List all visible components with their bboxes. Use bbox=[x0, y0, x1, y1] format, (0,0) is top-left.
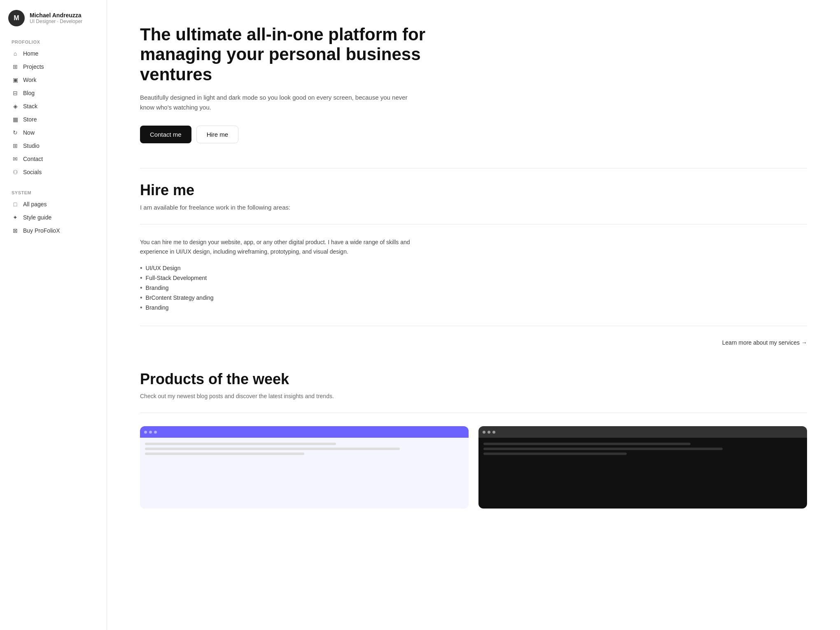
hero-section: The ultimate all-in-one platform for man… bbox=[140, 25, 807, 143]
list-item: BrContent Strategy anding bbox=[140, 293, 807, 303]
hire-section: Hire me I am available for freelance wor… bbox=[140, 182, 807, 346]
now-icon: ↻ bbox=[12, 129, 19, 136]
list-item: Branding bbox=[140, 283, 807, 293]
sidebar: M Michael Andreuzza UI Designer · Develo… bbox=[0, 0, 107, 630]
system-label: SYSTEM bbox=[8, 190, 98, 195]
dot-2 bbox=[149, 431, 152, 434]
card-body-dark bbox=[478, 438, 807, 509]
socials-icon: ⚇ bbox=[12, 168, 19, 176]
learn-more-link[interactable]: Learn more about my services → bbox=[140, 339, 807, 346]
profile-info: Michael Andreuzza UI Designer · Develope… bbox=[30, 12, 82, 24]
hire-subtitle: I am available for freelance work in the… bbox=[140, 204, 807, 211]
sidebar-item-store[interactable]: ▦ Store bbox=[8, 113, 98, 126]
sidebar-item-projects-label: Projects bbox=[23, 63, 44, 70]
card-line bbox=[145, 443, 336, 445]
profile-name: Michael Andreuzza bbox=[30, 12, 82, 19]
sidebar-item-socials[interactable]: ⚇ Socials bbox=[8, 166, 98, 179]
sidebar-item-style-guide-label: Style guide bbox=[23, 214, 51, 221]
card-inner-dark bbox=[478, 426, 807, 509]
sidebar-item-home[interactable]: ⌂ Home bbox=[8, 47, 98, 60]
pages-icon: □ bbox=[12, 201, 19, 208]
card-header-dark bbox=[478, 426, 807, 438]
sidebar-item-stack-label: Stack bbox=[23, 103, 37, 110]
card-inner-light bbox=[140, 426, 469, 509]
services-list: UI/UX Design Full-Stack Development Bran… bbox=[140, 263, 807, 313]
hire-description: You can hire me to design your website, … bbox=[140, 238, 420, 257]
card-line bbox=[145, 448, 400, 450]
list-item: UI/UX Design bbox=[140, 263, 807, 273]
nav-section-main: PROFOLIOX ⌂ Home ⊞ Projects ▣ Work ⊟ Blo… bbox=[8, 38, 98, 179]
sidebar-item-blog[interactable]: ⊟ Blog bbox=[8, 86, 98, 100]
sidebar-item-store-label: Store bbox=[23, 116, 37, 123]
card-line bbox=[483, 443, 691, 445]
dot-2 bbox=[488, 431, 490, 434]
products-subtitle: Check out my newest blog posts and disco… bbox=[140, 393, 807, 399]
sidebar-item-blog-label: Blog bbox=[23, 90, 35, 96]
dot-3 bbox=[154, 431, 157, 434]
sidebar-item-buy-profoliox[interactable]: ⊠ Buy ProFolioX bbox=[8, 224, 98, 237]
list-item: Full-Stack Development bbox=[140, 273, 807, 283]
products-section: Products of the week Check out my newest… bbox=[140, 371, 807, 509]
card-line bbox=[145, 453, 304, 455]
sidebar-item-buy-profoliox-label: Buy ProFolioX bbox=[23, 227, 60, 234]
sidebar-item-work-label: Work bbox=[23, 77, 36, 83]
dot-3 bbox=[492, 431, 495, 434]
work-icon: ▣ bbox=[12, 76, 19, 84]
home-icon: ⌂ bbox=[12, 50, 19, 57]
sidebar-item-home-label: Home bbox=[23, 50, 38, 57]
products-title: Products of the week bbox=[140, 371, 807, 388]
sidebar-item-projects[interactable]: ⊞ Projects bbox=[8, 60, 98, 73]
sidebar-item-now[interactable]: ↻ Now bbox=[8, 126, 98, 139]
hire-divider-top bbox=[140, 224, 807, 224]
avatar: M bbox=[8, 10, 25, 26]
contact-icon: ✉ bbox=[12, 155, 19, 163]
projects-icon: ⊞ bbox=[12, 63, 19, 70]
hero-cta-group: Contact me Hire me bbox=[140, 126, 807, 143]
card-line bbox=[483, 448, 723, 450]
studio-icon: ⊞ bbox=[12, 142, 19, 149]
hero-title: The ultimate all-in-one platform for man… bbox=[140, 25, 428, 84]
blog-icon: ⊟ bbox=[12, 89, 19, 97]
products-divider bbox=[140, 413, 807, 413]
product-card-light[interactable] bbox=[140, 426, 469, 509]
card-line bbox=[483, 453, 627, 455]
brand-label: PROFOLIOX bbox=[8, 40, 98, 44]
hire-divider-bottom bbox=[140, 326, 807, 326]
main-content: The ultimate all-in-one platform for man… bbox=[107, 0, 840, 630]
dot-1 bbox=[483, 431, 485, 434]
profile-role: UI Designer · Developer bbox=[30, 19, 82, 24]
products-grid bbox=[140, 426, 807, 509]
sidebar-item-studio-label: Studio bbox=[23, 142, 40, 149]
card-body-light bbox=[140, 438, 469, 509]
buy-icon: ⊠ bbox=[12, 227, 19, 234]
sidebar-item-style-guide[interactable]: ✦ Style guide bbox=[8, 211, 98, 224]
sidebar-item-work[interactable]: ▣ Work bbox=[8, 73, 98, 86]
stack-icon: ◈ bbox=[12, 103, 19, 110]
sidebar-item-now-label: Now bbox=[23, 129, 35, 136]
sidebar-item-all-pages-label: All pages bbox=[23, 201, 47, 208]
contact-me-button[interactable]: Contact me bbox=[140, 126, 191, 143]
profile: M Michael Andreuzza UI Designer · Develo… bbox=[8, 10, 98, 26]
style-icon: ✦ bbox=[12, 214, 19, 221]
store-icon: ▦ bbox=[12, 116, 19, 123]
list-item: Branding bbox=[140, 303, 807, 313]
hire-title: Hire me bbox=[140, 182, 807, 199]
sidebar-item-contact[interactable]: ✉ Contact bbox=[8, 152, 98, 166]
sidebar-item-all-pages[interactable]: □ All pages bbox=[8, 198, 98, 211]
product-card-dark[interactable] bbox=[478, 426, 807, 509]
system-section: SYSTEM □ All pages ✦ Style guide ⊠ Buy P… bbox=[8, 189, 98, 237]
sidebar-item-socials-label: Socials bbox=[23, 169, 42, 175]
sidebar-item-contact-label: Contact bbox=[23, 156, 43, 162]
hero-divider bbox=[140, 168, 807, 168]
sidebar-item-stack[interactable]: ◈ Stack bbox=[8, 100, 98, 113]
card-header-light bbox=[140, 426, 469, 438]
dot-1 bbox=[144, 431, 147, 434]
hero-subtitle: Beautifully designed in light and dark m… bbox=[140, 93, 420, 112]
sidebar-item-studio[interactable]: ⊞ Studio bbox=[8, 139, 98, 152]
hire-me-button[interactable]: Hire me bbox=[196, 126, 239, 143]
